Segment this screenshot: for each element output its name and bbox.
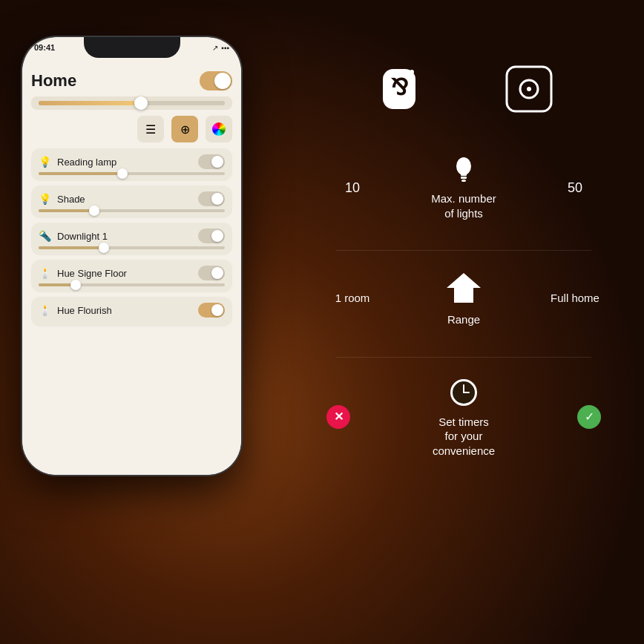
top-icons-row: ⅋ xyxy=(304,45,623,134)
flourish-toggle-knob xyxy=(211,304,223,316)
signe-icon: 🕯️ xyxy=(39,267,51,279)
light-item-reading: 💡 Reading lamp xyxy=(31,148,232,181)
app-header: Home xyxy=(31,71,232,91)
phone-outer: 09:41 ↗ ▪▪▪ Home xyxy=(22,37,241,475)
battery-icon: ▪▪▪ xyxy=(221,44,229,52)
downlight-name: Downlight 1 xyxy=(57,231,108,242)
color-icon xyxy=(212,122,226,136)
downlight-toggle[interactable] xyxy=(198,229,225,243)
light-item-flourish: 🕯️ Hue Flourish xyxy=(31,297,232,326)
lights-min-value: 10 xyxy=(326,180,378,196)
svg-rect-8 xyxy=(461,177,467,179)
light-item-left: 💡 Reading lamp xyxy=(39,156,116,168)
house-icon xyxy=(445,269,482,306)
flourish-icon: 🕯️ xyxy=(39,304,51,316)
signe-slider[interactable] xyxy=(39,283,225,286)
tab-row: ☰ ⊕ xyxy=(31,116,232,142)
brightness-slider xyxy=(39,101,225,105)
shade-slider-thumb xyxy=(89,206,99,216)
svg-rect-7 xyxy=(461,174,467,176)
phone-notch xyxy=(84,37,180,58)
shade-header: 💡 Shade xyxy=(39,191,225,206)
hub-icon xyxy=(503,63,555,115)
right-panel: ⅋ 10 Max. numberof lights 50 xyxy=(304,45,623,623)
downlight-left: 🔦 Downlight 1 xyxy=(39,230,108,242)
signe-left: 🕯️ Hue Signe Floor xyxy=(39,267,127,279)
hub-icon-container xyxy=(499,59,559,119)
light-item-header: 💡 Reading lamp xyxy=(39,154,225,169)
tab-color[interactable] xyxy=(206,116,232,142)
feature-row-timers: ✕ Set timersfor yourconvenience ✓ xyxy=(304,361,623,473)
downlight-slider-thumb xyxy=(99,243,109,253)
light-item-signe: 🕯️ Hue Signe Floor xyxy=(31,260,232,292)
bluetooth-icon-container: ⅋ xyxy=(369,59,429,119)
tab-scenes[interactable]: ⊕ xyxy=(171,116,198,142)
x-status-icon: ✕ xyxy=(326,405,350,429)
shade-slider[interactable] xyxy=(39,209,225,212)
reading-slider-thumb xyxy=(117,168,128,179)
shade-slider-fill xyxy=(39,209,94,212)
downlight-icon: 🔦 xyxy=(39,230,51,242)
shade-left: 💡 Shade xyxy=(39,193,85,205)
range-right-value: Full home xyxy=(549,292,601,304)
feature-row-range: 1 room Range Full home xyxy=(304,254,623,342)
clock-icon xyxy=(447,376,480,409)
toggle-knob xyxy=(214,73,231,89)
status-icons: ↗ ▪▪▪ xyxy=(212,44,229,52)
slider-fill xyxy=(39,101,141,105)
bulb-icon: 💡 xyxy=(39,156,51,168)
signe-slider-thumb xyxy=(70,280,81,290)
check-status-icon: ✓ xyxy=(577,405,601,429)
divider-1 xyxy=(336,250,591,251)
app-title: Home xyxy=(31,71,76,91)
status-time: 09:41 xyxy=(34,43,55,52)
shade-name: Shade xyxy=(57,194,85,205)
flourish-header: 🕯️ Hue Flourish xyxy=(39,303,225,318)
reading-toggle-knob xyxy=(211,156,223,168)
range-center: Range xyxy=(378,269,549,327)
list-icon: ☰ xyxy=(145,122,156,137)
signe-toggle-knob xyxy=(211,267,223,279)
signe-header: 🕯️ Hue Signe Floor xyxy=(39,266,225,280)
reading-toggle[interactable] xyxy=(198,154,225,169)
home-toggle[interactable] xyxy=(200,71,232,91)
flourish-name: Hue Flourish xyxy=(57,305,112,316)
svg-marker-10 xyxy=(447,273,481,303)
downlight-toggle-knob xyxy=(211,230,223,242)
phone-container: 09:41 ↗ ▪▪▪ Home xyxy=(22,37,260,616)
svg-text:⅋: ⅋ xyxy=(390,75,407,99)
svg-rect-9 xyxy=(461,180,466,182)
light-item-downlight: 🔦 Downlight 1 xyxy=(31,223,232,255)
shade-toggle[interactable] xyxy=(198,191,225,206)
timers-label: Set timersfor yourconvenience xyxy=(433,415,495,459)
svg-point-5 xyxy=(527,87,531,91)
flourish-toggle[interactable] xyxy=(198,303,225,318)
phone-screen: 09:41 ↗ ▪▪▪ Home xyxy=(22,37,241,475)
svg-point-6 xyxy=(456,157,471,175)
lights-center: Max. numberof lights xyxy=(378,156,549,220)
shade-bulb-icon: 💡 xyxy=(39,193,51,205)
signe-toggle[interactable] xyxy=(198,266,225,280)
reading-slider[interactable] xyxy=(39,172,225,175)
timers-center: Set timersfor yourconvenience xyxy=(350,376,577,459)
tab-list[interactable]: ☰ xyxy=(137,116,164,142)
divider-2 xyxy=(336,357,591,358)
feature-row-lights: 10 Max. numberof lights 50 xyxy=(304,141,623,235)
range-left-value: 1 room xyxy=(326,292,378,304)
lights-label: Max. numberof lights xyxy=(431,191,496,220)
light-item-shade: 💡 Shade xyxy=(31,185,232,218)
lights-max-value: 50 xyxy=(549,180,601,196)
scenes-icon: ⊕ xyxy=(180,122,190,137)
slider-thumb xyxy=(134,96,148,110)
bulb-feature-icon xyxy=(453,156,474,185)
brightness-slider-container[interactable] xyxy=(31,96,232,110)
svg-point-2 xyxy=(410,70,414,74)
shade-toggle-knob xyxy=(211,193,223,205)
downlight-slider[interactable] xyxy=(39,246,225,249)
range-label: Range xyxy=(447,312,480,327)
app-content: Home ☰ xyxy=(22,64,241,475)
flourish-left: 🕯️ Hue Flourish xyxy=(39,304,112,316)
signe-name: Hue Signe Floor xyxy=(57,268,127,279)
reading-slider-fill xyxy=(39,172,122,175)
downlight-header: 🔦 Downlight 1 xyxy=(39,229,225,243)
